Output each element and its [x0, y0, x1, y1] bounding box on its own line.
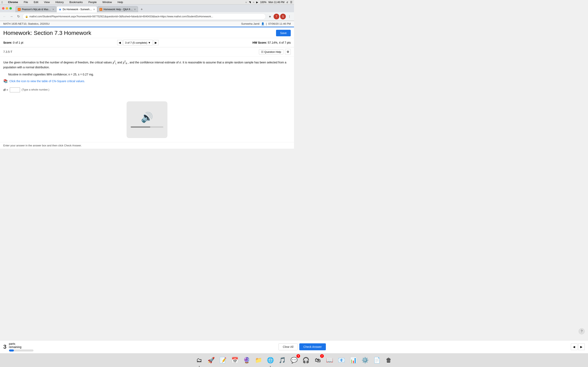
bottom-instruction: Enter your answer in the answer box and …: [0, 142, 294, 149]
menu-bookmarks[interactable]: Bookmarks: [68, 0, 84, 4]
question-id-bar: 7.3.5-T ☷ Question Help ⚙: [0, 47, 294, 57]
tab-chegg[interactable]: C Homework Help - Q&A from C... ×: [97, 6, 138, 12]
tab-pearson-title: Pearson's MyLab & Mastering ...: [22, 8, 51, 11]
back-button[interactable]: ←: [2, 14, 7, 19]
secure-icon: 🔒: [25, 15, 28, 18]
question-id: 7.3.5-T: [3, 50, 12, 53]
question-text: Use the given information to find the nu…: [3, 60, 291, 70]
chi-table-link[interactable]: Click the icon to view the table of Chi-…: [9, 79, 85, 83]
tab-chegg-close[interactable]: ×: [134, 8, 136, 11]
window-controls: [0, 6, 14, 11]
nav-right-icons: ★ T S ⋮: [267, 14, 292, 19]
address-bar[interactable]: 🔒 mathxl.com/Student/PlayerHomework.aspx…: [22, 13, 266, 20]
next-question-button[interactable]: ▶: [153, 40, 159, 45]
tab-do-homework-title: Do Homework - Sumeeha Jam...: [63, 8, 92, 11]
menu-help[interactable]: Help: [116, 0, 124, 4]
close-window-button[interactable]: [2, 7, 4, 9]
datetime: 07/06/20 11:46 PM: [268, 22, 291, 25]
tab-pearson[interactable]: P Pearson's MyLab & Mastering ... ×: [16, 6, 56, 12]
bluetooth-icon: ○: [245, 1, 247, 4]
clock: Mon 11:46 PM: [268, 1, 285, 4]
audio-progress-fill: [131, 126, 150, 128]
help-list-icon: ☷: [261, 50, 264, 53]
pearson-favicon: P: [18, 8, 21, 11]
reload-button[interactable]: ↻: [16, 14, 21, 19]
question-body: Use the given information to find the nu…: [0, 57, 294, 97]
audio-progress-bar: [131, 126, 163, 128]
chegg-favicon: C: [99, 8, 102, 11]
chi-square-link: 📚 Click the icon to view the table of Ch…: [3, 78, 291, 84]
url-text: mathxl.com/Student/PlayerHomework.aspx?h…: [29, 15, 263, 18]
tab-pearson-close[interactable]: ×: [52, 8, 54, 11]
search-icon[interactable]: ☌: [286, 1, 288, 4]
minimize-window-button[interactable]: [6, 7, 8, 9]
menu-people[interactable]: People: [87, 0, 98, 4]
tab-do-homework-close[interactable]: ×: [93, 8, 95, 11]
settings-button[interactable]: ⚙: [285, 49, 291, 55]
volume-icon: ▶: [256, 1, 258, 4]
menu-view[interactable]: View: [43, 0, 51, 4]
new-tab-button[interactable]: +: [139, 7, 145, 12]
maximize-window-button[interactable]: [9, 7, 12, 9]
menu-edit[interactable]: Edit: [33, 0, 39, 4]
do-homework-favicon: ◉: [59, 8, 61, 11]
apple-menu[interactable]: : [2, 1, 3, 4]
book-icon: 📚: [3, 78, 8, 84]
mic-icon: ○: [253, 1, 254, 4]
menubar:  Chrome File Edit View History Bookmark…: [0, 0, 294, 4]
question-nav: ◀ 3 of 7 (5 complete) ▼ ▶: [117, 40, 159, 45]
extension-button[interactable]: T: [274, 14, 279, 19]
tab-bar: P Pearson's MyLab & Mastering ... × ◉ Do…: [14, 4, 294, 12]
menubar-right: ○ ◥ ○ ▶ 100% Mon 11:46 PM ☌ ☰: [245, 1, 292, 4]
save-button[interactable]: Save: [276, 30, 291, 36]
chi-square-left: χ2L: [112, 61, 116, 64]
user-info: Sumeeha Jamil 👤 | 07/06/20 11:46 PM: [241, 22, 291, 25]
forward-button[interactable]: →: [9, 14, 14, 19]
answer-row: df = (Type a whole number.): [3, 87, 291, 92]
notification-icon[interactable]: ☰: [290, 1, 292, 4]
profile-button[interactable]: S: [280, 14, 286, 19]
dropdown-arrow-icon: ▼: [148, 41, 151, 44]
airplay-icon: ◥: [249, 1, 251, 4]
hw-score-right: HW Score: 57.14%, 4 of 7 pts: [252, 41, 291, 44]
hw-score-label: HW Score:: [252, 41, 267, 44]
score-value: 0 of 1 pt: [13, 41, 23, 44]
nav-bar: ← → ↻ 🔒 mathxl.com/Student/PlayerHomewor…: [0, 12, 294, 21]
username: Sumeeha Jamil: [241, 22, 259, 25]
user-icon: 👤: [261, 22, 264, 25]
site-header: MATH 1635-NET10, Statistics, 2020SU Sume…: [0, 21, 294, 27]
prev-question-button[interactable]: ◀: [117, 40, 122, 45]
menu-window[interactable]: Window: [101, 0, 113, 4]
course-label: MATH 1635-NET10, Statistics, 2020SU: [3, 22, 50, 25]
menu-dots-button[interactable]: ⋮: [287, 14, 292, 19]
score-bar: Score: 0 of 1 pt ◀ 3 of 7 (5 complete) ▼…: [0, 38, 294, 47]
menu-file[interactable]: File: [22, 0, 29, 4]
score-left: Score: 0 of 1 pt: [3, 41, 23, 44]
question-actions: ☷ Question Help ⚙: [259, 49, 291, 55]
df-label: df =: [3, 88, 8, 92]
page-title: Homework: Section 7.3 Homework: [3, 30, 91, 36]
help-button-label: Question Help: [264, 50, 281, 53]
browser-chrome: P Pearson's MyLab & Mastering ... × ◉ Do…: [0, 4, 294, 21]
chi-square-right: χ2R: [123, 61, 127, 64]
question-help-button[interactable]: ☷ Question Help: [259, 49, 283, 54]
separator: |: [266, 22, 267, 25]
hw-score-value: 57.14%, 4 of 7 pts: [268, 41, 291, 44]
score-label: Score:: [3, 41, 12, 44]
bookmark-star-button[interactable]: ★: [267, 14, 273, 19]
nicotine-info: Nicotine in menthol cigarettes 98% confi…: [8, 72, 291, 77]
question-select[interactable]: 3 of 7 (5 complete) ▼: [123, 40, 153, 45]
tab-do-homework[interactable]: ◉ Do Homework - Sumeeha Jam... ×: [56, 6, 97, 12]
audio-widget[interactable]: 🔊: [127, 101, 167, 138]
question-area: 7.3.5-T ☷ Question Help ⚙ Use the given …: [0, 47, 294, 149]
battery-status: 100%: [260, 1, 267, 4]
hw-header: Homework: Section 7.3 Homework Save: [0, 27, 294, 38]
menu-chrome[interactable]: Chrome: [7, 0, 19, 4]
df-input[interactable]: [10, 87, 20, 92]
answer-hint: (Type a whole number.): [22, 88, 49, 92]
audio-icon: 🔊: [141, 112, 153, 123]
tab-chegg-title: Homework Help - Q&A from C...: [104, 8, 133, 11]
question-position: 3 of 7 (5 complete): [125, 41, 147, 44]
menu-history[interactable]: History: [54, 0, 65, 4]
